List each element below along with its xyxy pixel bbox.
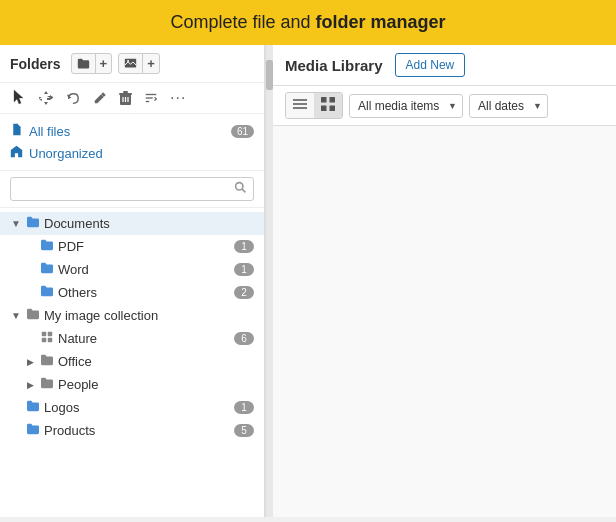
folders-title: Folders — [10, 56, 61, 72]
media-filter-wrap[interactable]: All media items Images Videos Audio — [349, 94, 463, 118]
image-collection-folder[interactable]: ▼ My image collection — [0, 304, 264, 327]
new-folder-label: + — [96, 54, 112, 73]
sort-tool[interactable] — [142, 89, 160, 107]
svg-rect-8 — [119, 93, 132, 95]
products-folder[interactable]: Products 5 — [0, 419, 264, 442]
nature-label: Nature — [58, 331, 230, 346]
search-icon — [234, 181, 247, 197]
media-content — [273, 126, 616, 517]
office-label: Office — [58, 354, 254, 369]
products-badge: 5 — [234, 424, 254, 437]
folder-tree: ▼ Documents PDF 1 Word — [0, 208, 264, 517]
image-collection-label: My image collection — [44, 308, 254, 323]
office-chevron: ▶ — [24, 357, 36, 367]
all-files-label: All files — [29, 124, 70, 139]
svg-rect-15 — [42, 332, 47, 337]
new-media-label: + — [143, 54, 159, 73]
svg-point-1 — [127, 60, 129, 62]
nature-folder[interactable]: Nature 6 — [0, 327, 264, 350]
all-files-link[interactable]: All files 61 — [10, 120, 254, 142]
view-toggle — [285, 92, 343, 119]
word-badge: 1 — [234, 263, 254, 276]
new-folder-btn[interactable]: + — [71, 53, 113, 74]
search-row — [0, 171, 264, 208]
pdf-label: PDF — [58, 239, 230, 254]
svg-rect-22 — [321, 97, 327, 103]
media-header: Media Library Add New — [273, 45, 616, 86]
pdf-folder[interactable]: PDF 1 — [0, 235, 264, 258]
others-folder-icon — [40, 285, 54, 300]
office-folder[interactable]: ▶ Office — [0, 350, 264, 373]
unorganized-icon — [10, 145, 23, 161]
image-collection-icon — [26, 308, 40, 323]
grid-view-btn[interactable] — [314, 93, 342, 118]
move-tool[interactable] — [36, 88, 56, 108]
all-files-badge: 61 — [231, 125, 254, 138]
svg-rect-9 — [123, 91, 128, 93]
logos-label: Logos — [44, 400, 230, 415]
unorganized-label: Unorganized — [29, 146, 103, 161]
svg-rect-25 — [330, 106, 336, 112]
delete-tool[interactable] — [117, 89, 134, 108]
more-tool[interactable]: ··· — [168, 87, 188, 109]
documents-folder[interactable]: ▼ Documents — [0, 212, 264, 235]
folder-icon — [72, 54, 96, 73]
pdf-badge: 1 — [234, 240, 254, 253]
people-label: People — [58, 377, 254, 392]
vertical-scrollbar[interactable] — [265, 45, 273, 517]
search-input[interactable] — [17, 182, 234, 196]
date-select[interactable]: All dates 2024 2023 2022 — [469, 94, 548, 118]
svg-rect-18 — [48, 338, 53, 343]
svg-rect-16 — [48, 332, 53, 337]
word-folder[interactable]: Word 1 — [0, 258, 264, 281]
image-collection-chevron: ▼ — [10, 310, 22, 321]
quick-links: All files 61 Unorganized — [0, 114, 264, 171]
svg-rect-17 — [42, 338, 47, 343]
undo-tool[interactable] — [64, 89, 83, 108]
new-media-btn[interactable]: + — [118, 53, 160, 74]
banner-text-normal: Complete file and — [170, 12, 315, 32]
media-icon — [119, 54, 143, 73]
svg-point-13 — [236, 183, 243, 190]
banner-text-bold: folder manager — [316, 12, 446, 32]
list-view-btn[interactable] — [286, 93, 314, 118]
media-title: Media Library — [285, 57, 383, 74]
nature-badge: 6 — [234, 332, 254, 345]
people-folder-icon — [40, 377, 54, 392]
people-chevron: ▶ — [24, 380, 36, 390]
products-label: Products — [44, 423, 230, 438]
people-folder[interactable]: ▶ People — [0, 373, 264, 396]
word-label: Word — [58, 262, 230, 277]
documents-chevron: ▼ — [10, 218, 22, 229]
svg-rect-24 — [321, 106, 327, 112]
pdf-folder-icon — [40, 239, 54, 254]
office-folder-icon — [40, 354, 54, 369]
unorganized-link[interactable]: Unorganized — [10, 142, 254, 164]
media-type-select[interactable]: All media items Images Videos Audio — [349, 94, 463, 118]
logos-folder[interactable]: Logos 1 — [0, 396, 264, 419]
all-files-icon — [10, 123, 23, 139]
svg-rect-23 — [330, 97, 336, 103]
cursor-tool[interactable] — [10, 88, 28, 108]
documents-folder-icon — [26, 216, 40, 231]
others-folder[interactable]: Others 2 — [0, 281, 264, 304]
add-new-button[interactable]: Add New — [395, 53, 466, 77]
right-panel: Media Library Add New All media items Im… — [273, 45, 616, 517]
svg-line-14 — [242, 189, 245, 192]
logos-badge: 1 — [234, 401, 254, 414]
documents-label: Documents — [44, 216, 254, 231]
scrollbar-thumb[interactable] — [266, 60, 273, 90]
logos-folder-icon — [26, 400, 40, 415]
word-folder-icon — [40, 262, 54, 277]
media-toolbar: All media items Images Videos Audio All … — [273, 86, 616, 126]
products-folder-icon — [26, 423, 40, 438]
edit-tool[interactable] — [91, 89, 109, 107]
nature-folder-icon — [40, 331, 54, 346]
folder-toolbar: ··· — [0, 83, 264, 114]
others-badge: 2 — [234, 286, 254, 299]
date-filter-wrap[interactable]: All dates 2024 2023 2022 — [469, 94, 548, 118]
top-banner: Complete file and folder manager — [0, 0, 616, 45]
others-label: Others — [58, 285, 230, 300]
